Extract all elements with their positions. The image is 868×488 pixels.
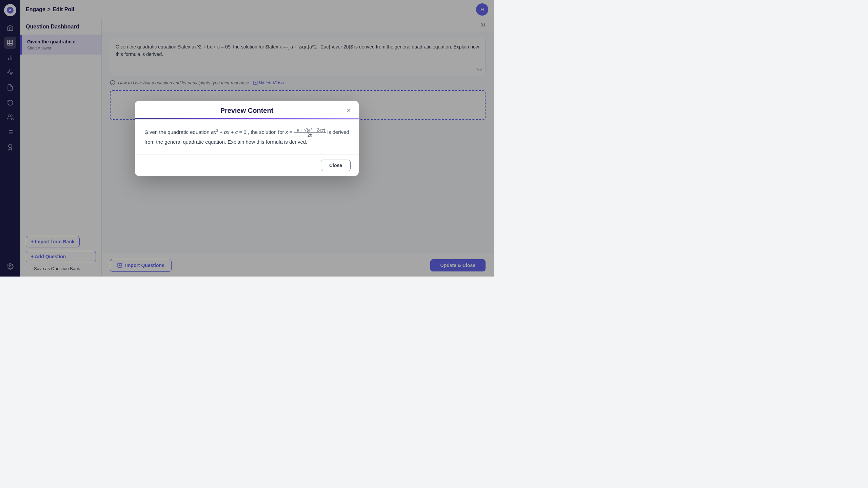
modal-close-x-button[interactable]: ×: [344, 105, 353, 115]
modal-content-text: Given the quadratic equation ax2 + bx + …: [144, 128, 349, 146]
modal-header: Preview Content ×: [135, 101, 359, 120]
modal-progress-bar: [135, 118, 359, 119]
modal-footer: Close: [135, 155, 359, 176]
modal-overlay: Preview Content × Given the quadratic eq…: [0, 0, 494, 277]
modal-title: Preview Content: [143, 107, 351, 115]
preview-content-modal: Preview Content × Given the quadratic eq…: [135, 101, 359, 176]
modal-body: Given the quadratic equation ax2 + bx + …: [135, 120, 359, 155]
modal-close-button[interactable]: Close: [321, 160, 351, 171]
